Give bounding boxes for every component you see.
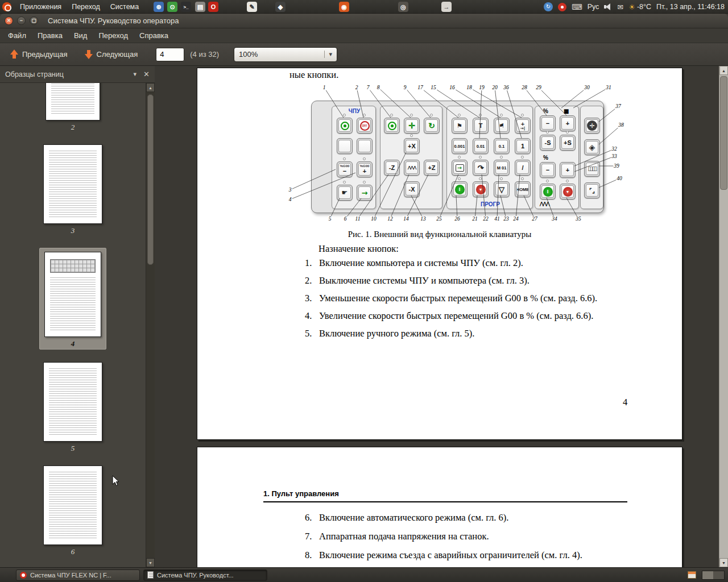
volume-icon[interactable] [604, 3, 612, 10]
next-page-button[interactable]: Следующая [79, 47, 144, 61]
sidebar-scroll-handle[interactable] [147, 94, 154, 265]
files-icon[interactable]: ▤ [195, 2, 205, 12]
titlebar[interactable]: ✕ − ▢ Система ЧПУ. Руководство оператора [0, 14, 728, 28]
sidebar-close-icon[interactable]: ✕ [143, 70, 150, 78]
go-icon[interactable]: → [441, 2, 452, 12]
maximize-button[interactable]: ▢ [30, 16, 38, 25]
notification-icon[interactable] [558, 3, 566, 11]
key-led-icon [479, 114, 482, 117]
document-scrollbar[interactable]: ▲ ▼ [719, 66, 728, 567]
sync-icon[interactable]: ↻ [544, 2, 553, 11]
minimize-button[interactable]: − [17, 16, 26, 25]
list-item: 4.Увеличение скорости быстрых перемещени… [305, 309, 615, 322]
opera-icon[interactable]: O [208, 2, 218, 12]
drives-on-key [384, 118, 400, 134]
key-led-icon [566, 180, 569, 182]
browser-icon[interactable]: ⊕ [154, 2, 164, 12]
inkscape-icon[interactable]: ◆ [275, 2, 286, 12]
g00-minus-key: %G00− [337, 161, 353, 177]
mouse-cursor [112, 475, 120, 487]
key-led-icon [430, 114, 433, 117]
keyboard-indicator-icon[interactable]: ⌨ [572, 3, 582, 11]
page-thumbnail[interactable]: 6 [43, 465, 102, 556]
callout-number: 13 [420, 216, 427, 222]
page-thumbnail[interactable]: 4 [39, 248, 106, 350]
power-green-icon [388, 122, 396, 130]
flag-right-icon [499, 123, 504, 129]
step-1-key: 1 [515, 138, 531, 154]
globe-icon[interactable]: ⊙ [167, 2, 177, 12]
panel-menu-0[interactable]: Приложения [15, 1, 67, 13]
panel-menu-1[interactable]: Переход [67, 1, 105, 13]
key-led-icon [521, 156, 524, 159]
key-led-icon [410, 134, 413, 137]
menu-item-3[interactable]: Переход [93, 29, 134, 42]
weather-icon[interactable]: ☀ [628, 3, 635, 11]
text-editor-icon[interactable]: ✎ [247, 2, 257, 12]
scroll-down-icon[interactable]: ▼ [719, 558, 728, 567]
previous-page-label: Предыдущая [22, 50, 68, 59]
firefox-icon[interactable]: ◉ [339, 2, 349, 12]
previous-page-button[interactable]: Предыдущая [5, 47, 73, 61]
power-green-icon [341, 122, 349, 130]
feed-hold-key [473, 181, 489, 197]
menu-item-1[interactable]: Правка [32, 29, 68, 42]
menu-item-0[interactable]: Файл [2, 29, 32, 42]
zoom-value: 100% [239, 50, 324, 59]
page-thumbnail[interactable]: 2 [46, 83, 100, 132]
key-led-icon [410, 114, 413, 117]
frame-corners-icon [589, 187, 595, 194]
close-button[interactable]: ✕ [5, 16, 13, 25]
opera-icon [20, 572, 27, 579]
ubuntu-logo-icon[interactable] [2, 2, 11, 11]
scroll-down-icon[interactable]: ▼ [146, 558, 155, 567]
sidebar-scrollbar[interactable]: ▲ ▼ [146, 83, 155, 567]
key-led-icon [343, 157, 346, 160]
restart-key [473, 160, 489, 176]
callout-number: 5 [328, 216, 332, 222]
m01-stop-key: M 01 [494, 160, 510, 176]
callout-number: 4 [288, 197, 292, 202]
arrow-up-icon [10, 49, 18, 59]
screen-mode-key [584, 139, 600, 155]
sidebar-dropdown-icon[interactable]: ▾ [127, 70, 144, 78]
menu-item-2[interactable]: Вид [68, 29, 93, 42]
list-item: 7.Аппаратная подача напряжения на станок… [305, 530, 615, 543]
mail-icon[interactable]: ✉ [617, 3, 623, 11]
panel-menu-2[interactable]: Система [105, 1, 144, 13]
blank-key-2 [357, 138, 373, 154]
start-green-icon [455, 185, 465, 194]
cycle-start-key [452, 181, 468, 197]
start-green-icon [543, 187, 553, 197]
terminal-icon[interactable]: >_ [181, 2, 191, 12]
thumbnail-label: 5 [71, 444, 75, 453]
page-thumbnail[interactable]: 3 [43, 144, 102, 235]
top-panel: ПриложенияПереходСистема ⊕⊙>_▤O✎◆◉◎→ ↻ ⌨… [0, 0, 728, 14]
page-thumbnail[interactable]: 5 [43, 362, 102, 453]
keyboard-layout-label[interactable]: Рус [588, 3, 599, 11]
taskbar-item[interactable]: Система ЧПУ. Руководст... [143, 569, 267, 581]
zigzag-icon [408, 165, 416, 170]
screenshot-icon[interactable]: ◎ [398, 2, 408, 12]
menu-item-4[interactable]: Справка [134, 29, 174, 42]
stop-red-icon [476, 185, 486, 194]
thumbnail-image [43, 144, 102, 224]
tray-window-icon[interactable] [688, 571, 696, 579]
clock[interactable]: Пт., 13 апр., 11:46:18 [656, 3, 725, 11]
page-number-input[interactable] [156, 48, 184, 61]
zoom-select[interactable]: 100% ▾ [234, 47, 337, 62]
thumbnail-list: 23456 [0, 83, 146, 567]
callout-number: 15 [430, 85, 437, 90]
document-scroll-handle[interactable] [720, 76, 727, 190]
spindle-stop-key [560, 184, 576, 199]
callout-number: 7 [366, 85, 370, 90]
minus-z-key: -Z [384, 160, 400, 176]
callout-number: 26 [454, 216, 461, 222]
workspace-switcher[interactable] [702, 571, 725, 580]
key-led-icon [390, 114, 393, 117]
key-group: ПРОГРT0.0010.010.11M 01/HOME [446, 106, 533, 209]
taskbar-item[interactable]: Система ЧПУ FLEX NC | F... [16, 569, 140, 581]
scroll-up-icon[interactable]: ▲ [146, 83, 155, 92]
scroll-up-icon[interactable]: ▲ [719, 66, 728, 75]
pdf-viewer-window: ✕ − ▢ Система ЧПУ. Руководство оператора… [0, 14, 728, 567]
